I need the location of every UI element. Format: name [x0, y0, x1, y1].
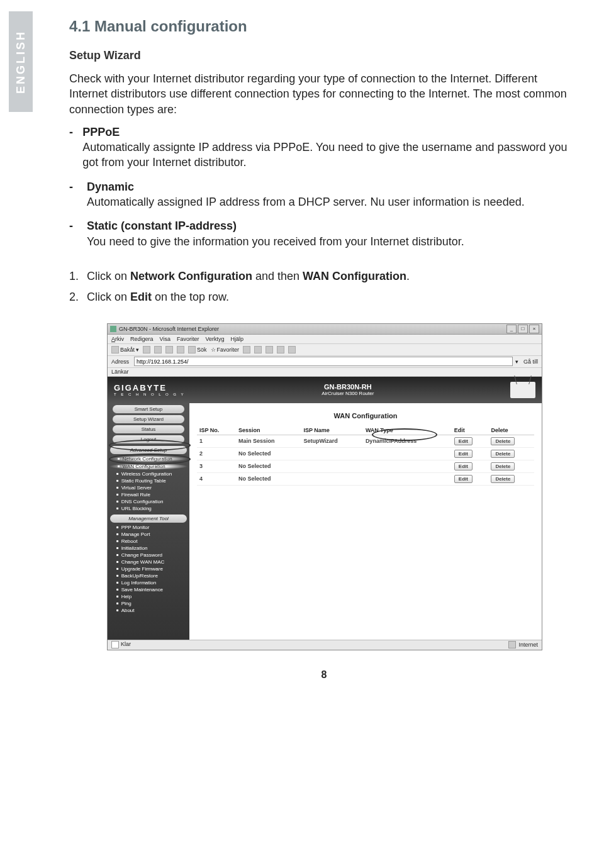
status-left: Klar — [111, 641, 131, 648]
type-item: - PPPoE Automatically assignte IP addres… — [69, 125, 579, 170]
sidebar-button[interactable]: Logout — [113, 435, 184, 443]
print-icon[interactable] — [266, 346, 273, 353]
cell: DynamicIPAddress — [363, 435, 452, 447]
sidebar-item[interactable]: Virtual Server — [108, 484, 189, 491]
sidebar-item[interactable]: Upgrade Firmware — [108, 565, 189, 572]
favorites-button[interactable]: ☆ Favoriter — [211, 347, 240, 353]
refresh-icon[interactable] — [165, 346, 173, 353]
edit-button[interactable]: Edit — [454, 450, 473, 458]
type-text: You need to give the information you rec… — [87, 235, 464, 248]
home-icon[interactable] — [177, 346, 184, 353]
delete-button[interactable]: Delete — [491, 450, 515, 458]
cell: No Selected — [236, 447, 301, 460]
go-label[interactable]: Gå till — [523, 359, 538, 365]
step-text: on the top row. — [152, 291, 229, 303]
delete-button[interactable]: Delete — [491, 475, 515, 483]
router-sidebar: Smart Setup Setup Wizard Status Logout A… — [108, 403, 189, 640]
sub-heading: Setup Wizard — [69, 49, 579, 62]
intro-paragraph: Check with your Internet distributor reg… — [69, 71, 579, 117]
sidebar-item[interactable]: DNS Configuration — [108, 498, 189, 505]
search-button[interactable]: Sök — [188, 346, 207, 353]
tool-icon[interactable] — [288, 346, 296, 353]
menu-item[interactable]: Hjälp — [230, 336, 243, 342]
dash: - — [69, 125, 82, 170]
page-number: 8 — [69, 669, 579, 681]
sidebar-item[interactable]: Wireless Configuration — [108, 470, 189, 477]
section-heading: 4.1 Manual configuration — [69, 18, 579, 35]
brand-logo: GIGABYTE T E C H N O L O G Y — [114, 383, 186, 396]
type-label: PPPoE — [82, 125, 579, 140]
minimize-button[interactable]: _ — [506, 325, 517, 333]
sidebar-item[interactable]: BackUp/Restore — [108, 572, 189, 579]
sidebar-button[interactable]: Setup Wizard — [113, 415, 184, 423]
sidebar-item[interactable]: URL Blocking — [108, 505, 189, 512]
step-bold: Edit — [130, 291, 152, 303]
sidebar-item[interactable]: Change WAN MAC — [108, 559, 189, 565]
url-input[interactable] — [134, 357, 513, 366]
menu-item[interactable]: Redigera — [130, 336, 154, 342]
delete-button[interactable]: Delete — [491, 437, 515, 445]
close-button[interactable]: × — [529, 325, 539, 333]
menu-item[interactable]: Favoriter — [177, 336, 199, 342]
forward-icon[interactable] — [143, 346, 150, 353]
edit-button[interactable]: Edit — [454, 475, 473, 483]
back-icon — [111, 346, 119, 353]
cell: 3 — [197, 460, 236, 472]
menu-item[interactable]: Arkiv — [111, 336, 124, 342]
toolbar: Bakåt ▾ Sök ☆ Favoriter — [108, 344, 542, 356]
cell — [301, 472, 362, 485]
menu-item[interactable]: Visa — [160, 336, 171, 342]
router-image — [510, 382, 535, 398]
table-row: 1 Main Session SetupWizard DynamicIPAddr… — [197, 435, 534, 447]
table-row: 2 No Selected Edit Delete — [197, 447, 534, 460]
sidebar-item[interactable]: Ping — [108, 600, 189, 607]
table-header-row: ISP No. Session ISP Name WAN Type Edit D… — [197, 426, 534, 435]
address-bar: Adress ▾ Gå till — [108, 356, 542, 368]
sidebar-item[interactable]: Initialization — [108, 545, 189, 552]
sidebar-item[interactable]: Static Routing Table — [108, 477, 189, 484]
cell — [363, 447, 452, 460]
sidebar-item[interactable]: Firewall Rule — [108, 491, 189, 498]
links-label[interactable]: Länkar — [111, 369, 129, 375]
col-header: ISP No. — [197, 426, 236, 435]
sidebar-item[interactable]: Save Maintenance — [108, 586, 189, 593]
sidebar-button[interactable]: Status — [113, 425, 184, 433]
edit-button[interactable]: Edit — [454, 437, 473, 445]
type-item: - Dynamic Automatically assigned IP addr… — [69, 179, 579, 210]
col-header: Edit — [452, 426, 489, 435]
window-titlebar: GN-BR30N - Microsoft Internet Explorer _… — [108, 324, 542, 335]
menu-item[interactable]: Verktyg — [205, 336, 224, 342]
status-right: Internet — [508, 641, 538, 648]
router-header: GIGABYTE T E C H N O L O G Y GN-BR30N-RH… — [108, 377, 542, 403]
back-button[interactable]: Bakåt ▾ — [111, 346, 139, 353]
sidebar-button[interactable]: Smart Setup — [113, 405, 184, 413]
maximize-button[interactable]: □ — [518, 325, 528, 333]
language-tab: ENGLISH — [9, 11, 33, 112]
col-header: ISP Name — [301, 426, 362, 435]
cell: No Selected — [236, 472, 301, 485]
sidebar-item[interactable]: Reboot — [108, 538, 189, 545]
cell — [301, 460, 362, 472]
embedded-screenshot: GN-BR30N - Microsoft Internet Explorer _… — [107, 323, 542, 650]
tool-icon[interactable] — [277, 346, 284, 353]
sidebar-item-wan-config[interactable]: WAN Configuration — [109, 463, 188, 470]
sidebar-item[interactable]: Manage Port — [108, 531, 189, 538]
type-label: Static (constant IP-address) — [87, 218, 464, 233]
sidebar-item-network-config[interactable]: Network Configuration — [109, 455, 188, 462]
sidebar-item[interactable]: PPP Monitor — [108, 524, 189, 531]
step-row: 2. Click on Edit on the top row. — [69, 289, 579, 306]
history-icon[interactable] — [243, 346, 250, 353]
sidebar-item[interactable]: Help — [108, 593, 189, 600]
sidebar-item[interactable]: About — [108, 607, 189, 614]
sidebar-item[interactable]: Log Information — [108, 579, 189, 586]
panel-title: WAN Configuration — [197, 412, 534, 420]
stop-icon[interactable] — [154, 346, 162, 353]
mail-icon[interactable] — [254, 346, 262, 353]
internet-icon — [508, 641, 516, 648]
edit-button[interactable]: Edit — [454, 462, 473, 470]
cell — [363, 472, 452, 485]
delete-button[interactable]: Delete — [491, 462, 515, 470]
step-bold: WAN Configuration — [303, 270, 406, 282]
sidebar-item[interactable]: Change Password — [108, 552, 189, 559]
go-dropdown[interactable]: ▾ — [515, 359, 518, 365]
